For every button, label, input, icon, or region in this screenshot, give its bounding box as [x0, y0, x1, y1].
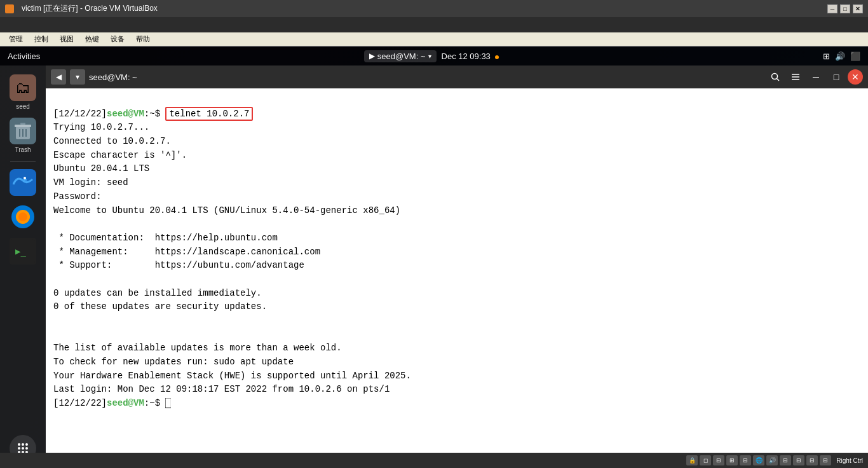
status-icon-3[interactable]: ⊞	[726, 455, 738, 465]
dock-item-trash[interactable]: Trash	[6, 115, 39, 156]
terminal-close-button[interactable]: ✕	[848, 69, 863, 85]
notification-dot	[495, 55, 499, 59]
svg-point-22	[772, 74, 778, 79]
audio-status-icon[interactable]: 🔊	[766, 455, 778, 465]
vbox-window-controls: ─ □ ✕	[827, 4, 863, 13]
output-mgmt: * Management: https://landscape.canonica…	[53, 247, 320, 257]
output-trying: Trying 10.0.2.7...	[53, 122, 149, 132]
output-welcome: Welcome to Ubuntu 20.04.1 LTS (GNU/Linux…	[53, 205, 400, 216]
output-updates1: 0 updates can be installed immediately.	[53, 288, 262, 298]
system-bottombar: 🔒 ◻ ⊟ ⊞ ⊟ 🌐 🔊 ⊟ ⊟ ⊟ ⊟ Right Ctrl	[0, 453, 868, 468]
terminal-tab-label: seed@VM: ~	[377, 52, 426, 61]
seed-files-icon: 🗂	[10, 74, 36, 101]
prompt-line-2: [12/12/22]seed@VM:~$ █	[53, 398, 171, 408]
terminal-minimize-button[interactable]: ─	[807, 68, 825, 86]
terminal-window: ◀ ▾ seed@VM: ~ ─ □ ✕ [12/12/22]seed@VM:~…	[46, 65, 868, 468]
terminal-taskbar-item[interactable]: ▶ seed@VM: ~ ▾	[364, 50, 437, 62]
gnome-desktop: Activities ▶ seed@VM: ~ ▾ Dec 12 09:33 ⊞…	[0, 46, 868, 468]
svg-point-16	[18, 447, 20, 450]
output-apt: To check for new updates run: sudo apt u…	[53, 357, 294, 367]
gnome-topbar: Activities ▶ seed@VM: ~ ▾ Dec 12 09:33 ⊞…	[0, 46, 868, 65]
svg-rect-2	[20, 123, 25, 125]
output-support: * Support: https://ubuntu.com/advantage	[53, 260, 304, 270]
trash-label: Trash	[15, 146, 31, 153]
vbox-menu-view[interactable]: 视图	[55, 33, 79, 45]
network-icon: ⊞	[823, 52, 830, 61]
status-icon-6[interactable]: ⊟	[793, 455, 804, 465]
bottom-status-icons: 🔒 ◻ ⊟ ⊞ ⊟ 🌐 🔊 ⊟ ⊟ ⊟ ⊟	[686, 455, 831, 465]
svg-line-23	[777, 79, 780, 81]
svg-point-13	[18, 443, 20, 446]
terminal-title-area: ◀ ▾ seed@VM: ~	[51, 69, 137, 85]
terminal-dropdown-btn[interactable]: ▾	[70, 69, 85, 85]
status-icon-8[interactable]: ⊟	[820, 455, 831, 465]
terminal-maximize-button[interactable]: □	[827, 68, 845, 86]
dock-item-wireshark[interactable]	[6, 167, 39, 198]
vbox-menu-manage[interactable]: 管理	[4, 33, 28, 45]
output-login: VM login: seed	[53, 177, 128, 188]
svg-rect-1	[15, 125, 31, 127]
network-status-icon[interactable]: 🌐	[753, 455, 764, 465]
output-escape: Escape character is '^]'.	[53, 150, 187, 160]
activities-label: Activities	[8, 52, 40, 61]
terminal-menu-button[interactable]	[787, 68, 804, 86]
lock-icon[interactable]: 🔒	[686, 455, 698, 465]
terminal-dock-icon: ▶_	[10, 238, 36, 265]
telnet-command: telnet 10.0.2.7	[165, 107, 253, 121]
sound-icon: 🔊	[835, 52, 845, 61]
terminal-nav-back[interactable]: ◀	[51, 69, 66, 85]
firefox-icon	[10, 203, 36, 230]
vbox-menubar: 管理 控制 视图 热键 设备 帮助	[0, 32, 868, 46]
wireshark-icon	[10, 169, 36, 196]
status-icon-4[interactable]: ⊟	[740, 455, 751, 465]
status-icon-2[interactable]: ⊟	[713, 455, 724, 465]
status-icon-1[interactable]: ◻	[700, 455, 711, 465]
seed-label: seed	[16, 103, 30, 110]
output-doc: * Documentation: https://help.ubuntu.com	[53, 233, 278, 243]
status-icon-7[interactable]: ⊟	[806, 455, 818, 465]
terminal-title-label: seed@VM: ~	[89, 72, 137, 82]
terminal-dropdown-icon: ▾	[428, 53, 431, 60]
svg-point-15	[25, 443, 28, 446]
gnome-status-area: ⊞ 🔊 ⬛	[823, 52, 860, 61]
terminal-search-button[interactable]	[766, 68, 784, 86]
activities-button[interactable]: Activities	[8, 50, 40, 62]
svg-text:▶_: ▶_	[15, 246, 26, 257]
output-hwe: Your Hardware Enablement Stack (HWE) is …	[53, 371, 411, 381]
vbox-menu-hotkey[interactable]: 热键	[80, 33, 104, 45]
prompt-line-1: [12/12/22]seed@VM:~$ telnet 10.0.2.7	[53, 107, 253, 121]
left-dock: 🗂 seed Trash	[0, 65, 46, 468]
svg-point-18	[25, 447, 28, 450]
output-password: Password:	[53, 191, 102, 202]
dock-item-terminal[interactable]: ▶_	[6, 235, 39, 267]
svg-point-7	[24, 177, 26, 179]
cursor: █	[165, 398, 170, 408]
vbox-maximize-button[interactable]: □	[840, 4, 850, 13]
output-connected: Connected to 10.0.2.7.	[53, 136, 171, 146]
vbox-title-text: victim [正在运行] - Oracle VM VirtualBox	[22, 3, 158, 14]
dock-item-firefox[interactable]	[6, 201, 39, 233]
vbox-menu-devices[interactable]: 设备	[105, 33, 130, 45]
svg-point-14	[22, 443, 24, 446]
output-stale: The list of available updates is more th…	[53, 343, 342, 353]
vbox-close-button[interactable]: ✕	[853, 4, 863, 13]
vbox-icon	[5, 4, 14, 13]
output-ubuntu-version: Ubuntu 20.04.1 LTS	[53, 163, 149, 174]
output-updates2: 0 of these updates are security updates.	[53, 301, 267, 312]
terminal-titlebar: ◀ ▾ seed@VM: ~ ─ □ ✕	[46, 65, 868, 88]
terminal-window-controls: ─ □ ✕	[766, 68, 863, 86]
vbox-minimize-button[interactable]: ─	[827, 4, 837, 13]
svg-point-17	[22, 447, 24, 450]
gnome-center: ▶ seed@VM: ~ ▾ Dec 12 09:33	[364, 50, 499, 62]
terminal-output[interactable]: [12/12/22]seed@VM:~$ telnet 10.0.2.7 Try…	[46, 88, 868, 468]
status-icon-5[interactable]: ⊟	[780, 455, 791, 465]
trash-icon	[10, 118, 36, 144]
datetime-display: Dec 12 09:33	[442, 52, 499, 61]
terminal-icon: ▶	[369, 52, 375, 60]
dock-item-seed[interactable]: 🗂 seed	[6, 72, 39, 113]
vbox-menu-control[interactable]: 控制	[29, 33, 53, 45]
vbox-title-left: victim [正在运行] - Oracle VM VirtualBox	[5, 3, 158, 14]
dock-separator-1	[10, 161, 36, 162]
vbox-menu-help[interactable]: 帮助	[131, 33, 155, 45]
vbox-titlebar: victim [正在运行] - Oracle VM VirtualBox ─ □…	[0, 0, 868, 17]
